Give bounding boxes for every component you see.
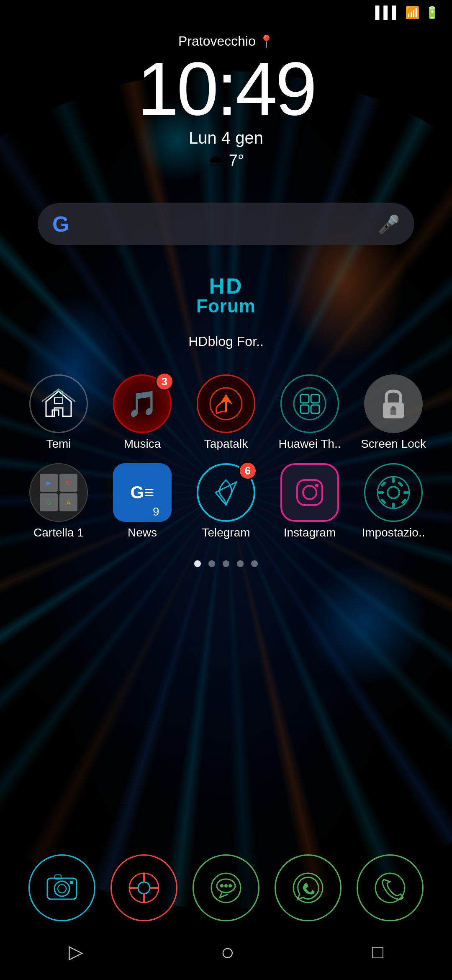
camera-icon [43,869,81,907]
folder-cell-2: M [59,474,77,492]
wifi-icon: 📶 [405,6,420,20]
news-inner: G≡ 9 [113,463,172,522]
svg-point-36 [211,873,241,903]
instagram-label: Instagram [284,526,336,539]
svg-point-14 [315,484,318,487]
mic-icon[interactable]: 🎤 [378,214,400,235]
musica-app[interactable]: 🎵 3 Musica [107,374,178,451]
hdblog-icon: HD Forum [193,262,259,329]
svg-rect-18 [392,503,395,508]
svg-point-13 [303,486,316,499]
date-display: Lun 4 gen [189,129,263,147]
page-dots [194,560,258,567]
folder-grid: ▶ M G A [40,474,77,511]
svg-point-26 [54,881,69,896]
cartella-label: Cartella 1 [33,526,84,539]
news-flag-svg: 9 [151,501,172,522]
screen-lock-label: Screen Lock [361,437,426,451]
weather-widget: 🌧 7° [208,152,244,170]
home-screen: ▌▌▌ 📶 🔋 Pratovecchio 📍 10:49 Lun 4 gen 🌧… [0,0,452,980]
folder-cell-3: G [40,493,58,511]
dot-5[interactable] [251,560,258,567]
instagram-svg [293,476,326,509]
svg-point-39 [224,884,228,887]
screen-lock-icon [364,374,423,433]
temperature: 7° [229,152,244,170]
dot-1[interactable] [194,560,201,567]
hdblog-forum-text: Forum [196,297,256,315]
home-button[interactable]: ○ [221,939,234,965]
apps-area: HD Forum HDblog For.. Temi [0,245,452,846]
telegram-app[interactable]: 6 Telegram [190,463,262,539]
dot-4[interactable] [237,560,244,567]
instagram-icon [280,463,339,522]
svg-point-16 [388,487,399,498]
back-button[interactable]: ▷ [69,941,83,963]
google-search-bar[interactable]: G 🎤 [38,203,414,245]
clock: 10:49 [137,51,315,126]
svg-point-29 [70,881,73,884]
svg-point-31 [138,882,150,894]
status-icons: ▌▌▌ 📶 🔋 [375,6,439,20]
screen-lock-app[interactable]: Screen Lock [358,374,429,451]
impostazioni-app[interactable]: Impostazio.. [358,463,429,539]
impostazioni-icon [364,463,423,522]
recents-button[interactable]: □ [372,941,383,963]
whatsapp-icon [289,869,327,907]
folder-cell-4: A [59,493,77,511]
svg-point-38 [220,884,223,887]
hdblog-hd-text: HD [209,275,243,297]
phone-dock-app[interactable] [357,854,424,921]
folder-cell-1: ▶ [40,474,58,492]
svg-text:9: 9 [153,505,159,518]
temi-icon [29,374,88,433]
huawei-themes-icon [280,374,339,433]
hdblog-app-item[interactable]: HD Forum HDblog For.. [188,262,264,349]
svg-rect-19 [378,491,384,494]
svg-rect-6 [311,405,319,413]
impostazioni-label: Impostazio.. [362,526,425,539]
g-letter-blue: G [52,211,69,237]
screen-lock-svg [375,385,412,423]
impostazioni-svg [376,475,411,511]
musica-badge: 3 [155,372,174,391]
nav-bar: ▷ ○ □ [0,930,452,980]
svg-point-40 [229,884,232,887]
chrome-dock-app[interactable] [110,854,177,921]
telegram-badge: 6 [239,462,257,480]
camera-dock-app[interactable] [28,854,95,921]
huawei-themes-app[interactable]: Huawei Th.. [274,374,345,451]
google-logo: G [52,211,69,237]
signal-icon: ▌▌▌ [375,6,400,19]
temi-label: Temi [46,437,71,451]
news-ge-text: G≡ [130,482,154,503]
dot-2[interactable] [208,560,215,567]
news-label: News [128,526,157,539]
hdblog-app-label: HDblog For.. [188,334,264,349]
cartella-app[interactable]: ▶ M G A Cartella 1 [23,463,94,539]
svg-point-42 [375,873,405,903]
svg-rect-12 [297,480,322,505]
svg-point-9 [391,406,396,410]
telegram-label: Telegram [202,526,250,539]
dot-3[interactable] [223,560,229,567]
messages-icon [207,869,245,907]
whatsapp-dock-app[interactable] [275,854,342,921]
instagram-app[interactable]: Instagram [274,463,345,539]
svg-rect-20 [403,491,409,494]
svg-rect-0 [54,397,63,404]
messages-dock-app[interactable] [193,854,259,921]
weather-icon: 🌧 [208,152,224,170]
news-icon: G≡ 9 [113,463,172,522]
svg-rect-17 [392,477,395,483]
tapatalk-app[interactable]: Tapatalk [190,374,262,451]
temi-app[interactable]: Temi [23,374,94,451]
tapatalk-label: Tapatalk [204,437,248,451]
cartella-icon: ▶ M G A [29,463,88,522]
dock [0,846,452,930]
phone-icon [371,869,409,907]
svg-rect-5 [300,405,309,413]
news-app[interactable]: G≡ 9 News [107,463,178,539]
chrome-icon [125,869,163,907]
musica-label: Musica [124,437,161,451]
